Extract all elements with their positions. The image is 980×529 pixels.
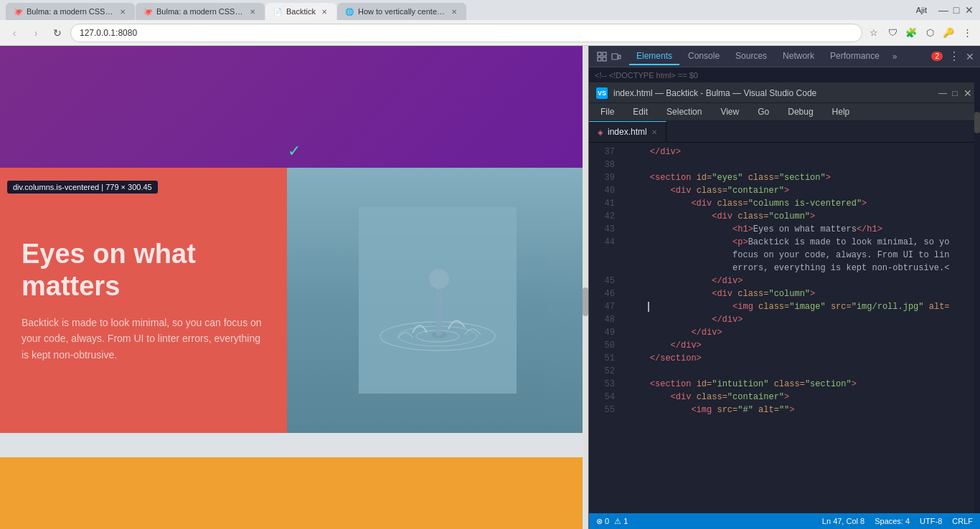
svg-rect-12 xyxy=(618,55,621,59)
tab-1-favicon: 🐙 xyxy=(13,6,23,16)
devtools-panel: Elements Console Sources Network Perform… xyxy=(588,46,980,529)
devtools-topbar: Elements Console Sources Network Perform… xyxy=(589,46,980,67)
close-button[interactable]: ✕ xyxy=(964,5,974,15)
page-content: ✓ div.columns.is-vcentered | 779 × 300.4… xyxy=(0,46,588,529)
devtools-more-tabs[interactable]: » xyxy=(888,49,902,65)
tab-3-favicon: 📄 xyxy=(273,6,283,16)
devtools-tab-sources[interactable]: Sources xyxy=(728,48,774,65)
code-line-50: </div> xyxy=(629,339,980,352)
device-toolbar-button[interactable] xyxy=(609,49,623,64)
encoding-status: UTF-8 xyxy=(920,517,942,525)
status-errors[interactable]: ⊗ 0 ⚠ 1 xyxy=(596,517,628,526)
minimize-button[interactable]: — xyxy=(938,5,948,15)
code-line-43: <h1>Eyes on what matters</h1> xyxy=(629,223,980,236)
browser-window: 🐙 Bulma: a modern CSS fra... ✕ 🐙 Bulma: … xyxy=(0,0,980,529)
spaces-status: Spaces: 4 xyxy=(875,517,910,525)
bottom-section xyxy=(0,457,588,529)
bookmark-icon[interactable]: ☆ xyxy=(867,26,881,40)
vscode-minimize-button[interactable]: — xyxy=(938,88,947,98)
address-field[interactable]: 127.0.0.1:8080 xyxy=(70,24,862,42)
account-icon[interactable]: 🔑 xyxy=(941,26,956,40)
devtools-right-controls: 2 ⋮ ✕ xyxy=(931,49,974,64)
tab-3[interactable]: 📄 Backtick ✕ xyxy=(265,3,336,20)
code-line-41: <div class="columns is-vcentered"> xyxy=(629,197,980,210)
code-line-45: </div> xyxy=(629,275,980,287)
devtools-tab-console[interactable]: Console xyxy=(681,48,727,65)
eyes-image xyxy=(287,168,588,433)
maximize-button[interactable]: □ xyxy=(951,5,961,15)
page-scrollbar[interactable] xyxy=(583,46,588,529)
hero-chevron-icon: ✓ xyxy=(288,142,301,161)
devtools-tab-network[interactable]: Network xyxy=(776,48,821,65)
hero-section: ✓ xyxy=(0,46,588,168)
tab-2-close[interactable]: ✕ xyxy=(248,6,258,16)
devtools-code-bar: <!-- <!DOCTYPE html> == $0 xyxy=(589,67,980,83)
html-file-icon: ◈ xyxy=(598,128,603,136)
tab-3-close[interactable]: ✕ xyxy=(319,6,329,16)
devtools-settings-button[interactable]: ⋮ xyxy=(947,49,961,64)
svg-rect-11 xyxy=(612,54,618,59)
code-content[interactable]: </div> <section id="eyes" class="section… xyxy=(623,143,980,513)
tab-4-favicon: 🌐 xyxy=(344,6,354,16)
vscode-tab-index-html[interactable]: ◈ index.html ✕ xyxy=(589,121,666,142)
code-line-37: </div> xyxy=(629,146,980,158)
menu-help[interactable]: Help xyxy=(828,105,854,118)
eyes-title: Eyes on what matters xyxy=(22,238,265,303)
code-line-44c: errors, everything is kept non-obtrusive… xyxy=(629,262,980,275)
code-line-40: <div class="container"> xyxy=(629,184,980,197)
code-line-39: <section id="eyes" class="section"> xyxy=(629,171,980,184)
tab-4[interactable]: 🌐 How to vertically center... ✕ xyxy=(337,3,466,20)
roll-image-svg xyxy=(359,207,517,394)
tab-4-close[interactable]: ✕ xyxy=(449,6,459,16)
code-line-52 xyxy=(629,365,980,378)
eyes-section: Eyes on what matters Backtick is made to… xyxy=(0,168,588,433)
roll-image xyxy=(287,168,588,433)
address-bar: ‹ › ↻ 127.0.0.1:8080 ☆ 🛡 🧩 ⬡ 🔑 ⋮ xyxy=(0,20,980,46)
code-line-38 xyxy=(629,158,980,171)
tab-4-title: How to vertically center... xyxy=(358,7,446,16)
address-text: 127.0.0.1:8080 xyxy=(80,28,137,38)
error-badge: 2 xyxy=(931,52,943,61)
svg-rect-10 xyxy=(603,57,606,61)
eyes-text-block: Eyes on what matters Backtick is made to… xyxy=(0,168,287,433)
cast-icon[interactable]: ⬡ xyxy=(923,26,937,40)
vscode-close-button[interactable]: ✕ xyxy=(963,88,973,98)
reload-button[interactable]: ↻ xyxy=(49,24,66,42)
extensions-icon[interactable]: 🧩 xyxy=(904,26,918,40)
menu-debug[interactable]: Debug xyxy=(783,105,817,118)
vscode-tabbar: ◈ index.html ✕ xyxy=(589,121,980,143)
menu-icon[interactable]: ⋮ xyxy=(960,26,974,40)
vscode-window-controls: — □ ✕ xyxy=(938,88,973,98)
address-icons: ☆ 🛡 🧩 ⬡ 🔑 ⋮ xyxy=(867,26,974,40)
warning-count: ⚠ 1 xyxy=(614,517,628,526)
code-line-55: <img src="#" alt=""> xyxy=(629,404,980,416)
menu-view[interactable]: View xyxy=(716,105,743,118)
menu-selection[interactable]: Selection xyxy=(662,105,706,118)
vscode-tab-close[interactable]: ✕ xyxy=(651,128,657,136)
vscode-editor[interactable]: 37 38 39 40 41 42 43 44 45 46 47 48 xyxy=(589,143,980,513)
vscode-maximize-button[interactable]: □ xyxy=(950,88,960,98)
user-name: Ajit xyxy=(916,6,927,14)
inspect-element-button[interactable] xyxy=(595,49,609,64)
tab-2[interactable]: 🐙 Bulma: a modern CSS fra... ✕ xyxy=(136,3,265,20)
menu-file[interactable]: File xyxy=(596,105,618,118)
vscode-icon: VS xyxy=(596,87,608,99)
tab-2-title: Bulma: a modern CSS fra... xyxy=(156,7,244,16)
menu-go[interactable]: Go xyxy=(753,105,773,118)
code-line-53: <section id="intuition" class="section"> xyxy=(629,378,980,391)
page-scrollbar-thumb xyxy=(583,287,588,316)
status-right: Ln 47, Col 8 Spaces: 4 UTF-8 CRLF xyxy=(822,517,973,525)
devtools-tab-performance[interactable]: Performance xyxy=(823,48,887,65)
back-button[interactable]: ‹ xyxy=(6,24,23,42)
tab-1[interactable]: 🐙 Bulma: a modern CSS fra... ✕ xyxy=(6,3,135,20)
shield-icon[interactable]: 🛡 xyxy=(885,26,900,40)
vscode-statusbar: ⊗ 0 ⚠ 1 Ln 47, Col 8 Spaces: 4 UTF-8 CRL… xyxy=(589,513,980,529)
tab-1-close[interactable]: ✕ xyxy=(118,6,128,16)
devtools-tab-elements[interactable]: Elements xyxy=(629,48,679,65)
menu-edit[interactable]: Edit xyxy=(628,105,652,118)
code-line-44a: <p>Backtick is made to look minimal, so … xyxy=(629,236,980,249)
forward-button[interactable]: › xyxy=(27,24,44,42)
devtools-close-button[interactable]: ✕ xyxy=(966,51,974,62)
devtools-scrollbar[interactable] xyxy=(974,143,980,513)
svg-rect-9 xyxy=(598,57,601,61)
